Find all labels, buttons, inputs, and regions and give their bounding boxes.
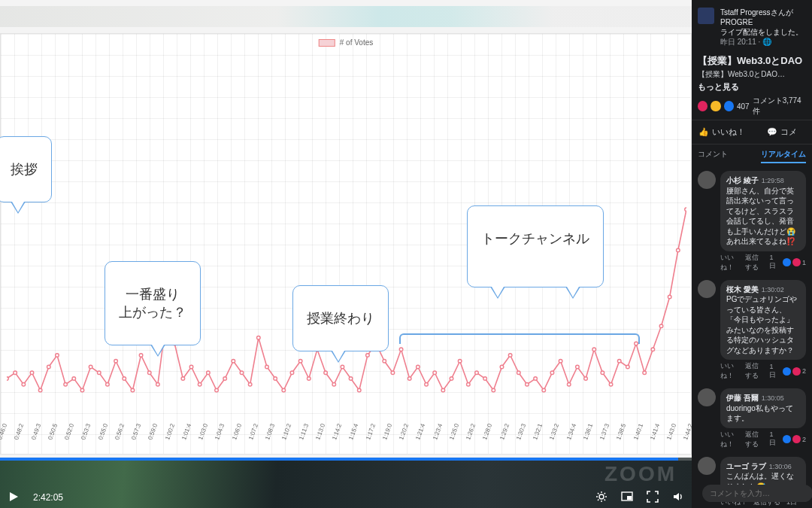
- svg-point-33: [282, 388, 286, 392]
- commenter-name[interactable]: 小杉 綾子: [726, 176, 759, 184]
- avatar[interactable]: [698, 8, 714, 24]
- svg-point-78: [659, 324, 663, 328]
- comment-age: 1日: [769, 363, 777, 380]
- comment-reply[interactable]: 返信する: [745, 253, 764, 272]
- comment-like[interactable]: いいね！: [720, 430, 739, 449]
- svg-point-63: [534, 377, 538, 381]
- comment-reacts[interactable]: 2: [783, 435, 806, 443]
- reactions-row[interactable]: 407 コメント3,774件: [692, 93, 812, 120]
- post-header[interactable]: Tstaff ProgressさんがPROGRE ライブ配信をしました。 昨日 …: [692, 0, 812, 51]
- chart-legend: # of Votes: [319, 38, 373, 47]
- svg-point-16: [139, 354, 143, 357]
- svg-point-49: [417, 365, 420, 369]
- svg-point-10: [89, 365, 92, 369]
- tab-comment[interactable]: コメント: [698, 149, 728, 163]
- svg-point-57: [483, 377, 487, 381]
- tab-realtime[interactable]: リアルタイム: [761, 149, 806, 163]
- comment-bubble: 桜木 愛美1:30:02PGでデュオリンゴやっている皆さん、「今日もやったよ」み…: [720, 280, 806, 360]
- comment-count[interactable]: コメント3,774件: [753, 96, 806, 117]
- wow-icon: [710, 101, 720, 111]
- commenter-name[interactable]: ユーゴ ラブ: [726, 462, 766, 470]
- callout-jugyo-owari: 授業終わり: [292, 285, 389, 351]
- comment-like[interactable]: いいね！: [720, 253, 739, 272]
- svg-point-61: [517, 371, 520, 375]
- action-bar: 👍 いいね！ 💬 コメ: [692, 120, 812, 144]
- svg-point-45: [383, 359, 386, 363]
- svg-point-17: [147, 371, 151, 375]
- commenter-avatar[interactable]: [698, 388, 716, 406]
- commenter-name[interactable]: 伊藤 吾爾: [726, 394, 759, 402]
- see-more[interactable]: もっと見る: [692, 80, 812, 93]
- svg-point-26: [223, 377, 227, 381]
- svg-point-71: [601, 371, 604, 375]
- svg-point-68: [576, 365, 580, 369]
- commenter-avatar[interactable]: [698, 457, 716, 475]
- svg-point-21: [181, 377, 185, 381]
- settings-icon[interactable]: [595, 491, 607, 505]
- play-icon[interactable]: [8, 491, 20, 505]
- comment-like[interactable]: いいね！: [720, 361, 739, 381]
- main-pane: # of Votes 0:46:00:48:20:49:30:50:50:52:…: [0, 0, 692, 508]
- svg-point-41: [349, 377, 353, 381]
- pip-icon[interactable]: [621, 491, 633, 505]
- svg-point-9: [80, 388, 84, 392]
- comment-reply[interactable]: 返信する: [745, 361, 764, 381]
- chart-container: # of Votes 0:46:00:48:20:49:30:50:50:52:…: [0, 33, 692, 455]
- comment-list: 小杉 綾子1:29:58腰部さん、自分で英語出来ないって言ってるけど、スラスラ会…: [692, 163, 812, 508]
- comment: 伊藤 吾爾1:30:05duoringo私もやってます。: [692, 384, 812, 430]
- svg-point-81: [685, 208, 686, 211]
- svg-point-51: [433, 371, 437, 375]
- comment-age: 1日: [769, 254, 777, 271]
- brace-talk-channel: [399, 333, 640, 344]
- facebook-sidebar: Tstaff ProgressさんがPROGRE ライブ配信をしました。 昨日 …: [692, 0, 812, 508]
- svg-point-5: [47, 365, 51, 369]
- svg-point-15: [131, 388, 135, 392]
- svg-point-30: [257, 336, 261, 339]
- video-time: 2:42:05: [33, 492, 63, 503]
- like-button[interactable]: 👍 いいね！: [692, 120, 752, 144]
- svg-point-77: [651, 348, 655, 351]
- svg-point-25: [215, 388, 219, 392]
- svg-point-82: [599, 494, 604, 499]
- svg-point-64: [542, 388, 546, 392]
- svg-point-2: [22, 382, 26, 386]
- volume-icon[interactable]: [672, 491, 684, 505]
- progress-bar[interactable]: [0, 458, 692, 461]
- svg-point-28: [240, 371, 244, 375]
- commenter-avatar[interactable]: [698, 171, 716, 189]
- svg-point-42: [357, 388, 361, 392]
- svg-point-0: [7, 377, 8, 381]
- fullscreen-icon[interactable]: [647, 491, 659, 505]
- commenter-avatar[interactable]: [698, 280, 716, 298]
- comment-input[interactable]: [702, 485, 812, 502]
- comment-reply[interactable]: 返信する: [745, 430, 764, 449]
- zoom-watermark: ZOOM: [604, 462, 677, 486]
- svg-point-46: [391, 371, 395, 375]
- post-title: 【授業】Web3.0とDAO: [692, 51, 812, 69]
- svg-point-74: [626, 365, 630, 369]
- svg-point-54: [458, 359, 462, 363]
- svg-point-48: [408, 377, 411, 381]
- svg-point-52: [441, 388, 445, 392]
- post-subtitle: 【授業】Web3.0とDAO…: [692, 69, 812, 80]
- svg-point-38: [324, 371, 328, 375]
- comment: 小杉 綾子1:29:58腰部さん、自分で英語出来ないって言ってるけど、スラスラ会…: [692, 166, 812, 253]
- globe-icon: 🌐: [762, 38, 771, 46]
- svg-point-6: [56, 354, 59, 357]
- svg-point-4: [38, 388, 42, 392]
- comment-reacts[interactable]: 2: [783, 367, 806, 376]
- comment-input-row: [698, 485, 806, 502]
- comment-age: 1日: [769, 430, 777, 448]
- comment-tabs: コメント リアルタイム: [692, 144, 812, 163]
- svg-point-23: [198, 382, 201, 386]
- commenter-name[interactable]: 桜木 愛美: [726, 285, 759, 294]
- svg-point-66: [559, 359, 562, 363]
- comment-reacts[interactable]: 1: [783, 258, 806, 266]
- svg-point-7: [64, 382, 68, 386]
- video-controls[interactable]: ZOOM 2:42:05: [0, 458, 692, 508]
- comment-button[interactable]: 💬 コメ: [752, 120, 812, 144]
- svg-point-31: [265, 365, 269, 369]
- svg-point-29: [248, 382, 252, 386]
- svg-point-55: [467, 382, 471, 386]
- comment: 桜木 愛美1:30:02PGでデュオリンゴやっている皆さん、「今日もやったよ」み…: [692, 275, 812, 362]
